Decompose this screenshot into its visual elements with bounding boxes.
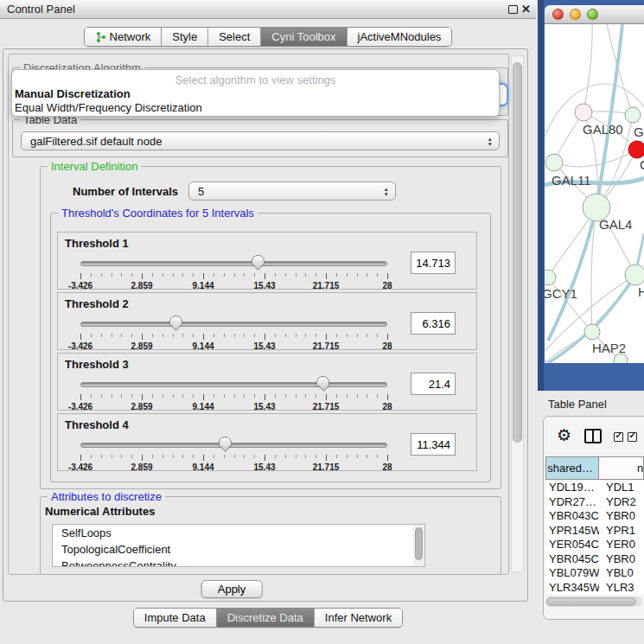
tick-mark [357, 455, 358, 458]
cell-shared-name[interactable]: YBL079W [545, 566, 599, 581]
cell-name[interactable]: YDR2 [599, 495, 644, 510]
tick-mark [336, 273, 337, 277]
column-header-shared-name[interactable]: shared… [545, 456, 599, 480]
table-row[interactable]: YLR345WYLR3 [545, 581, 644, 596]
algorithm-placeholder-item[interactable]: Select algorithm to view settings [12, 73, 499, 86]
tick-mark [101, 394, 102, 398]
threshold-value-field-3[interactable] [411, 373, 456, 395]
attribute-item-topologicalcoefficient[interactable]: TopologicalCoefficient [53, 541, 424, 558]
number-of-intervals-combobox[interactable]: 5 ▲▼ [188, 182, 396, 201]
tick-mark [305, 273, 306, 277]
cell-shared-name[interactable]: YPR145W [545, 524, 599, 539]
slider-thumb[interactable] [316, 376, 329, 387]
table-row[interactable]: YBR045CYBR0 [545, 552, 644, 567]
algorithm-option-equal-width[interactable]: Equal Width/Frequency Discretization [15, 101, 202, 114]
tab-select[interactable]: Select [207, 28, 260, 46]
mac-close-icon[interactable] [552, 9, 564, 20]
table-row[interactable]: YBL079WYBL0 [545, 566, 644, 581]
mac-minimize-icon[interactable] [570, 9, 581, 20]
table-data-combobox[interactable]: galFiltered.sif default node ▲▼ [21, 131, 500, 150]
column-header-name[interactable]: na [599, 456, 644, 480]
mac-zoom-icon[interactable] [587, 9, 598, 20]
slider-track[interactable] [80, 322, 387, 327]
mode-tab-infer-network[interactable]: Infer Network [314, 609, 402, 627]
cell-shared-name[interactable]: YDL19… [545, 481, 599, 495]
threshold-value-field-4[interactable] [411, 433, 456, 456]
table-row[interactable]: YBR043CYBR0 [545, 509, 644, 524]
table-row[interactable]: YPR145WYPR1 [545, 524, 644, 539]
GAL80-node[interactable] [575, 104, 592, 121]
cell-name[interactable]: YER0 [599, 538, 644, 552]
threshold-label: Threshold 1 [65, 237, 129, 250]
slider-thumb[interactable] [252, 255, 265, 266]
panel-vertical-scrollbar-thumb[interactable] [513, 62, 522, 443]
GAL11-node[interactable] [545, 154, 563, 171]
tick-mark [91, 394, 92, 398]
control-panel-title: Control Panel [7, 3, 75, 16]
slider-track[interactable] [80, 261, 387, 266]
tick-mark [152, 334, 153, 337]
cell-name[interactable]: YBL0 [599, 566, 644, 581]
split-view-icon[interactable] [584, 429, 602, 443]
slider-track[interactable] [80, 382, 387, 387]
network-edge[interactable] [583, 24, 592, 112]
cell-shared-name[interactable]: YBR043C [545, 509, 599, 524]
thresholds-group-label: Threshold's Coordinates for 5 Intervals [58, 207, 258, 220]
table-row[interactable]: YDL19…YDL1 [545, 481, 644, 495]
attribute-item-betweennesscentrality[interactable]: BetweennessCentrality [53, 558, 424, 567]
numerical-attributes-list[interactable]: SelfLoopsTopologicalCoefficientBetweenne… [52, 524, 425, 567]
threshold-slider-3[interactable]: -3.4262.8599.14415.4321.71528 [80, 376, 387, 409]
scale-label: 28 [382, 341, 392, 351]
cell-name[interactable]: YBR0 [599, 552, 644, 567]
cell-name[interactable]: YDL1 [599, 481, 644, 495]
cell-shared-name[interactable]: YLR345W [545, 581, 599, 596]
attributes-list-scrollbar-thumb[interactable] [415, 527, 423, 560]
table-row[interactable]: YDR27…YDR2 [545, 495, 644, 510]
tab-jactivemnodules[interactable]: jActiveMNodules [347, 28, 452, 46]
cell-shared-name[interactable]: YER054C [545, 538, 599, 552]
cell-shared-name[interactable]: YBR045C [545, 552, 599, 567]
cell-shared-name[interactable]: YDR27… [545, 495, 599, 510]
checkbox-icon[interactable] [628, 432, 637, 442]
threshold-label: Threshold 2 [65, 297, 129, 310]
right-edge-node[interactable] [625, 107, 641, 123]
GCY1-node[interactable] [545, 270, 556, 285]
float-window-icon[interactable] [508, 5, 518, 14]
close-icon[interactable]: ✕ [521, 3, 531, 16]
tick-mark [131, 455, 132, 458]
tick-mark [214, 334, 214, 337]
cell-name[interactable]: YLR3 [599, 581, 644, 596]
threshold-slider-2[interactable]: -3.4262.8599.14415.4321.71528 [80, 316, 387, 348]
table-horizontal-scrollbar-thumb[interactable] [546, 597, 636, 606]
threshold-value-field-2[interactable] [411, 312, 456, 335]
mode-tab-impute-data[interactable]: Impute Data [134, 609, 216, 627]
node-label-gal11: GAL11 [552, 173, 591, 188]
cell-name[interactable]: YBR0 [599, 509, 644, 524]
algorithm-option-manual[interactable]: Manual Discretization [15, 87, 131, 100]
gear-icon[interactable]: ⚙ [557, 425, 571, 445]
tab-network[interactable]: Network [85, 28, 162, 46]
table-row[interactable]: YER054CYER0 [545, 538, 644, 552]
slider-track[interactable] [80, 443, 387, 448]
red-node[interactable] [628, 141, 644, 158]
cell-name[interactable]: YPR1 [599, 524, 644, 539]
checkbox-icon[interactable] [614, 432, 623, 442]
slider-thumb[interactable] [219, 437, 232, 448]
threshold-slider-4[interactable]: -3.4262.8599.14415.4321.71528 [80, 437, 387, 469]
H-node[interactable] [625, 265, 644, 285]
tick-mark [163, 455, 163, 458]
combobox-arrows-icon: ▲▼ [384, 187, 389, 196]
threshold-value-field-1[interactable] [411, 252, 456, 274]
HAP2-node[interactable] [584, 324, 600, 340]
attribute-item-selfloops[interactable]: SelfLoops [53, 525, 424, 541]
network-window-titlebar[interactable] [545, 5, 644, 24]
network-graph: GAL80GCGAL11GAL4GCY1HHAP2 [545, 24, 644, 363]
apply-button[interactable]: Apply [201, 580, 263, 598]
slider-thumb[interactable] [169, 316, 182, 327]
tab-style[interactable]: Style [161, 28, 207, 46]
network-view-window[interactable]: GAL80GCGAL11GAL4GCY1HHAP2 [538, 0, 644, 391]
mode-tab-discretize-data[interactable]: Discretize Data [216, 609, 314, 627]
tab-cyni-toolbox[interactable]: Cyni Toolbox [260, 28, 346, 46]
threshold-slider-1[interactable]: -3.4262.8599.14415.4321.71528 [80, 255, 387, 288]
network-canvas[interactable]: GAL80GCGAL11GAL4GCY1HHAP2 [545, 24, 644, 363]
